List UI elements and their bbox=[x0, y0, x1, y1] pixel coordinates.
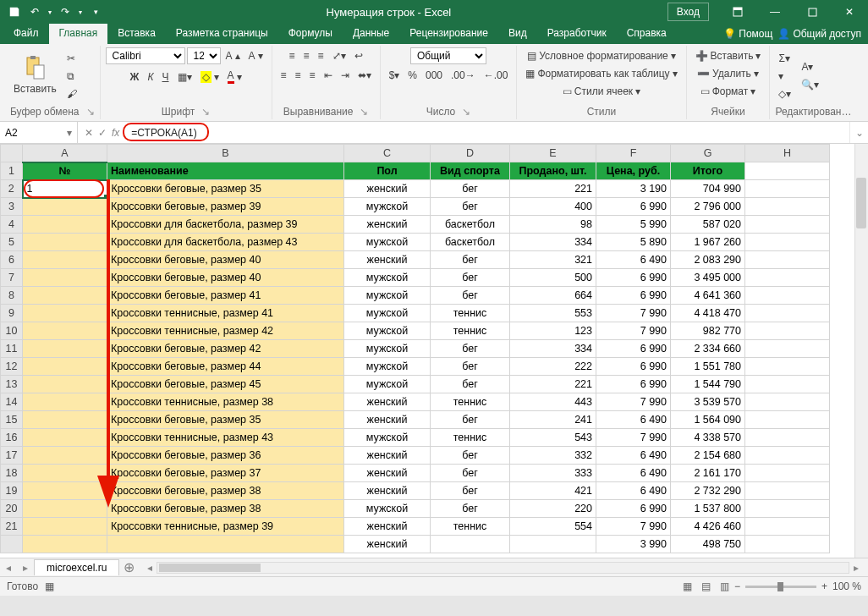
cancel-formula-icon[interactable]: ✕ bbox=[85, 127, 93, 139]
cell[interactable]: Кроссовки для баскетбола, размер 43 bbox=[107, 234, 344, 251]
tab-formulas[interactable]: Формулы bbox=[278, 24, 343, 44]
format-as-table-button[interactable]: ▦Форматировать как таблицу▾ bbox=[522, 65, 680, 82]
cell[interactable] bbox=[745, 162, 830, 180]
cell[interactable] bbox=[745, 482, 830, 500]
cell[interactable] bbox=[431, 536, 510, 553]
cell[interactable]: 4 641 360 bbox=[671, 287, 745, 305]
row-header[interactable]: 8 bbox=[1, 287, 23, 305]
worksheet-grid[interactable]: ABCDEFGH 1№НаименованиеПолВид спортаПрод… bbox=[0, 144, 868, 558]
cell[interactable]: Кроссовки беговые, размер 40 bbox=[107, 269, 344, 287]
minimize-icon[interactable]: ― bbox=[756, 0, 794, 24]
cell[interactable]: Кроссовки беговые, размер 35 bbox=[107, 411, 344, 429]
increase-font-icon[interactable]: A▴ bbox=[222, 47, 244, 64]
cell[interactable] bbox=[745, 198, 830, 216]
cell[interactable]: 2 796 000 bbox=[671, 198, 745, 216]
cell[interactable]: 3 990 bbox=[596, 536, 671, 553]
tab-page-layout[interactable]: Разметка страницы bbox=[166, 24, 278, 44]
row-header[interactable]: 1 bbox=[1, 162, 23, 180]
page-layout-icon[interactable]: ▤ bbox=[697, 580, 716, 592]
delete-cells-button[interactable]: ➖Удалить▾ bbox=[694, 65, 762, 82]
row-header[interactable]: 16 bbox=[1, 429, 23, 447]
table-header-cell[interactable]: Пол bbox=[344, 162, 431, 180]
zoom-control[interactable]: − + 100 % bbox=[734, 580, 861, 592]
cell[interactable] bbox=[745, 465, 830, 482]
cell[interactable]: бег bbox=[431, 340, 510, 358]
cell[interactable]: 543 bbox=[510, 429, 596, 447]
row-header[interactable]: 18 bbox=[1, 465, 23, 482]
cell[interactable] bbox=[23, 482, 107, 500]
cell[interactable] bbox=[107, 536, 344, 553]
selected-cell[interactable]: 1 bbox=[23, 180, 107, 198]
number-dialog-icon[interactable]: ↘ bbox=[460, 106, 470, 118]
row-header[interactable]: 19 bbox=[1, 482, 23, 500]
tab-developer[interactable]: Разработчик bbox=[537, 24, 617, 44]
cell[interactable] bbox=[23, 269, 107, 287]
page-break-icon[interactable]: ▥ bbox=[716, 580, 734, 592]
cell[interactable]: 4 418 470 bbox=[671, 305, 745, 322]
cell[interactable]: 7 990 bbox=[596, 393, 671, 411]
cell[interactable]: женский bbox=[344, 465, 431, 482]
borders-icon[interactable]: ▦▾ bbox=[174, 69, 195, 85]
col-header[interactable]: D bbox=[431, 145, 510, 162]
indent-dec-icon[interactable]: ⇤ bbox=[321, 67, 336, 84]
cell[interactable] bbox=[745, 447, 830, 465]
table-header-cell[interactable]: Цена, руб. bbox=[596, 162, 671, 180]
zoom-out-icon[interactable]: − bbox=[734, 580, 740, 592]
col-header[interactable]: F bbox=[596, 145, 671, 162]
cell[interactable]: теннис bbox=[431, 393, 510, 411]
cell[interactable]: 400 bbox=[510, 198, 596, 216]
cell[interactable]: бег bbox=[431, 358, 510, 376]
cell[interactable] bbox=[23, 429, 107, 447]
indent-inc-icon[interactable]: ⇥ bbox=[338, 67, 353, 84]
cell[interactable]: 1 551 780 bbox=[671, 358, 745, 376]
cell[interactable]: 1 967 260 bbox=[671, 234, 745, 251]
align-dialog-icon[interactable]: ↘ bbox=[358, 106, 368, 118]
wrap-text-icon[interactable]: ↩ bbox=[351, 47, 366, 64]
cell[interactable]: 6 990 bbox=[596, 287, 671, 305]
underline-button[interactable]: Ч bbox=[159, 69, 173, 85]
cell[interactable]: бег bbox=[431, 198, 510, 216]
vscroll-thumb[interactable] bbox=[856, 178, 866, 228]
cell[interactable]: бег bbox=[431, 287, 510, 305]
cell[interactable]: 1 537 800 bbox=[671, 500, 745, 518]
row-header[interactable]: 11 bbox=[1, 340, 23, 358]
cell[interactable] bbox=[23, 536, 107, 553]
cell[interactable]: женский bbox=[344, 482, 431, 500]
cell[interactable]: 2 732 290 bbox=[671, 482, 745, 500]
cell[interactable] bbox=[745, 305, 830, 322]
enter-formula-icon[interactable]: ✓ bbox=[98, 127, 107, 139]
cell[interactable]: мужской bbox=[344, 322, 431, 340]
cell[interactable] bbox=[745, 411, 830, 429]
sheet-nav-next-icon[interactable]: ▸ bbox=[17, 562, 34, 574]
cell[interactable]: бег bbox=[431, 411, 510, 429]
cell[interactable]: женский bbox=[344, 216, 431, 234]
insert-cells-button[interactable]: ➕Вставить▾ bbox=[692, 47, 765, 64]
cell[interactable]: 664 bbox=[510, 287, 596, 305]
cell[interactable]: 6 490 bbox=[596, 411, 671, 429]
cell[interactable] bbox=[745, 340, 830, 358]
cell[interactable] bbox=[23, 305, 107, 322]
cell[interactable]: 554 bbox=[510, 518, 596, 536]
cell[interactable] bbox=[745, 269, 830, 287]
cell[interactable]: 3 539 570 bbox=[671, 393, 745, 411]
col-header[interactable]: E bbox=[510, 145, 596, 162]
undo-icon[interactable]: ↶ bbox=[25, 3, 44, 21]
tab-help[interactable]: Справка bbox=[617, 24, 677, 44]
cell[interactable] bbox=[23, 322, 107, 340]
cell[interactable]: 6 990 bbox=[596, 358, 671, 376]
cell[interactable] bbox=[23, 465, 107, 482]
cell[interactable]: мужской bbox=[344, 500, 431, 518]
font-name[interactable]: Calibri bbox=[106, 47, 185, 64]
cell[interactable]: 3 495 000 bbox=[671, 269, 745, 287]
cell[interactable]: 3 190 bbox=[596, 180, 671, 198]
expand-formula-icon[interactable]: ⌄ bbox=[849, 122, 868, 143]
font-color-icon[interactable]: A▾ bbox=[224, 67, 245, 86]
cell[interactable] bbox=[745, 322, 830, 340]
percent-icon[interactable]: % bbox=[404, 67, 420, 84]
cell[interactable]: 332 bbox=[510, 447, 596, 465]
maximize-icon[interactable] bbox=[794, 0, 831, 24]
col-header[interactable]: G bbox=[671, 145, 745, 162]
row-header[interactable]: 3 bbox=[1, 198, 23, 216]
align-left-icon[interactable]: ≡ bbox=[277, 67, 290, 84]
normal-view-icon[interactable]: ▦ bbox=[678, 580, 697, 592]
